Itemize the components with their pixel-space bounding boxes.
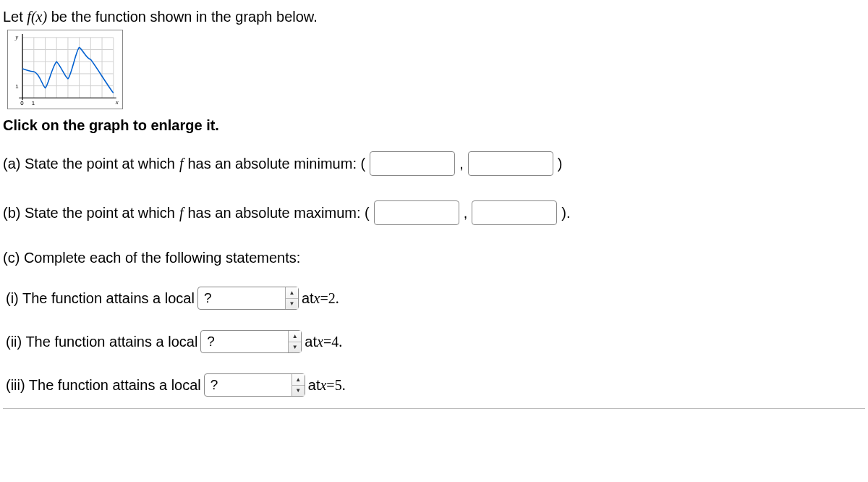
stepper-icon: ▲▼ [292,374,305,396]
svg-text:y: y [14,33,18,41]
c3-at: at [308,377,320,394]
stepper-icon: ▲▼ [285,287,298,309]
c2-x: x [317,334,323,350]
stepper-icon: ▲▼ [288,331,301,352]
svg-text:1: 1 [15,84,18,90]
b-text: (b) State the point at which [3,205,175,221]
b-y-input[interactable] [472,200,557,225]
c1-x: x [314,290,320,307]
a-close: ) [558,156,563,172]
question-c-head: (c) Complete each of the following state… [3,250,865,266]
c1-dd-label: ? [198,290,285,306]
c3-dd-label: ? [205,377,292,393]
enlarge-hint: Click on the graph to enlarge it. [3,117,865,134]
a-text2: has an absolute minimum: ( [187,156,365,172]
c3-eq: = [326,377,334,394]
c3-x: x [320,377,326,394]
question-a: (a) State the point at which f has an ab… [3,151,865,176]
c1-eq: = [320,290,328,307]
c-item-1: (i) The function attains a local ? ▲▼ at… [6,287,865,310]
intro-text: Let f(x) be the function shown in the gr… [3,9,865,25]
c-item-2: (ii) The function attains a local ? ▲▼ a… [6,330,865,353]
c2-dropdown[interactable]: ? ▲▼ [200,330,302,353]
b-close: ). [561,205,570,221]
b-text2: has an absolute maximum: ( [187,205,369,221]
c2-at: at [305,334,317,350]
intro-fx: f(x) [27,9,47,25]
a-text: (a) State the point at which [3,156,175,172]
a-f: f [179,156,184,172]
svg-text:1: 1 [32,100,35,106]
graph-thumbnail[interactable]: y x 1 0 1 [7,30,865,113]
c1-prefix: (i) The function attains a local [6,290,195,307]
graph-svg[interactable]: y x 1 0 1 [7,30,123,109]
b-comma: , [464,205,468,221]
svg-text:0: 0 [20,100,24,106]
b-x-input[interactable] [374,200,459,225]
b-f: f [179,205,184,221]
c2-dd-label: ? [201,334,288,350]
c-item-3: (iii) The function attains a local ? ▲▼ … [6,373,865,397]
c3-prefix: (iii) The function attains a local [6,377,201,394]
question-b: (b) State the point at which f has an ab… [3,200,865,225]
c2-prefix: (ii) The function attains a local [6,334,197,350]
c2-val: 4. [331,334,342,350]
c3-val: 5. [335,377,346,394]
c2-eq: = [323,334,331,350]
a-y-input[interactable] [468,151,553,176]
svg-text:x: x [115,98,119,106]
c1-at: at [302,290,314,307]
c1-dropdown[interactable]: ? ▲▼ [197,287,299,310]
c1-val: 2. [328,290,339,307]
c3-dropdown[interactable]: ? ▲▼ [204,373,305,397]
a-x-input[interactable] [370,151,455,176]
question-c-list: (i) The function attains a local ? ▲▼ at… [3,287,865,409]
intro-prefix: Let [3,9,27,25]
a-comma: , [459,156,464,172]
intro-suffix: be the function shown in the graph below… [47,9,318,25]
